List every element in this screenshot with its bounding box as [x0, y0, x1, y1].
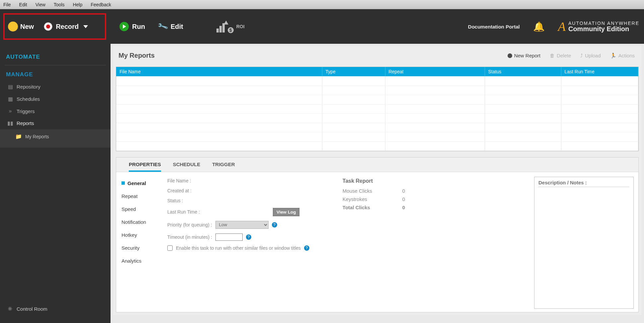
properties-section: PROPERTIES SCHEDULE TRIGGER General Repe…: [116, 157, 639, 313]
sitemap-icon: ⛯: [7, 305, 13, 312]
file-name-label: File Name :: [167, 178, 191, 183]
total-clicks-value: 0: [402, 205, 405, 210]
vtab-general[interactable]: General: [116, 177, 163, 190]
menu-help[interactable]: Help: [73, 2, 82, 7]
menu-feedback[interactable]: Feedback: [91, 2, 111, 7]
record-button[interactable]: Record: [44, 22, 88, 31]
upload-icon: ⤴: [580, 53, 583, 58]
tabs: PROPERTIES SCHEDULE TRIGGER: [116, 158, 638, 172]
list-icon: ▤: [7, 84, 13, 90]
col-repeat[interactable]: Repeat: [385, 67, 485, 76]
tab-schedule[interactable]: SCHEDULE: [173, 158, 201, 172]
square-marker-icon: [121, 181, 125, 185]
sidebar-header-automate[interactable]: AUTOMATE: [0, 51, 111, 63]
menu-file[interactable]: File: [3, 2, 11, 7]
col-status[interactable]: Status: [485, 67, 561, 76]
toolbar: New Record Run 🔧 Edit $ ROI Documentatio…: [0, 9, 644, 44]
table-row[interactable]: [116, 86, 638, 95]
new-button[interactable]: New: [9, 23, 34, 31]
chevrons-icon: »: [7, 108, 13, 114]
actions-label: Actions: [618, 53, 635, 58]
menu-tools[interactable]: Tools: [54, 2, 65, 7]
sidebar-item-reports[interactable]: ▮▮ Reports: [0, 117, 111, 129]
reports-table-wrap: File Name Type Repeat Status Last Run Ti…: [116, 67, 639, 151]
barchart-icon: ▮▮: [7, 120, 13, 126]
delete-button[interactable]: 🗑 Delete: [550, 53, 571, 58]
brand-top: AUTOMATION ANYWHERE: [568, 21, 639, 26]
sidebar-control-room[interactable]: ⛯ Control Room: [0, 301, 111, 323]
documentation-portal-link[interactable]: Documentation Portal: [468, 24, 520, 30]
edit-label: Edit: [171, 23, 183, 31]
brand-logo: A AUTOMATION ANYWHERE Community Edition: [558, 19, 639, 34]
reports-table[interactable]: File Name Type Repeat Status Last Run Ti…: [116, 67, 638, 151]
sun-icon: [9, 23, 17, 31]
play-icon: [120, 22, 129, 31]
sidebar-item-label: Repository: [17, 84, 40, 90]
tab-properties[interactable]: PROPERTIES: [129, 158, 161, 172]
table-row[interactable]: [116, 113, 638, 123]
run-label: Run: [132, 23, 145, 31]
sidebar-subtree: 📁 My Reports: [0, 129, 111, 148]
timeout-label: Timeout (in minutes) :: [167, 234, 212, 240]
run-button[interactable]: Run: [120, 22, 145, 31]
sidebar-header-manage[interactable]: MANAGE: [0, 69, 111, 81]
sidebar-sub-my-reports[interactable]: 📁 My Reports: [0, 131, 111, 142]
tab-trigger[interactable]: TRIGGER: [212, 158, 235, 172]
enable-similar-label: Enable this task to run with other simil…: [176, 245, 301, 251]
folder-icon: 📁: [15, 133, 22, 140]
col-file-name[interactable]: File Name: [116, 67, 322, 76]
sidebar-item-schedules[interactable]: ▦ Schedules: [0, 93, 111, 105]
roi-bars-icon: $: [216, 21, 234, 32]
toolbar-group: Run 🔧 Edit $ ROI: [120, 21, 245, 32]
table-header-row: File Name Type Repeat Status Last Run Ti…: [116, 67, 638, 76]
panel: My Reports New Report 🗑 Delete ⤴ Upload: [113, 46, 641, 315]
edit-button[interactable]: 🔧 Edit: [158, 22, 183, 31]
new-report-button[interactable]: New Report: [508, 53, 540, 58]
table-row[interactable]: [116, 141, 638, 151]
sidebar-item-triggers[interactable]: » Triggers: [0, 105, 111, 117]
total-clicks-label: Total Clicks: [343, 205, 379, 210]
vtab-security[interactable]: Security: [116, 241, 163, 254]
task-report-title: Task Report: [343, 178, 405, 184]
sidebar-item-label: Schedules: [17, 96, 40, 102]
table-row[interactable]: [116, 95, 638, 104]
col-type[interactable]: Type: [322, 67, 385, 76]
general-form: File Name : Created at : Status : Last R…: [167, 178, 309, 310]
table-row[interactable]: [116, 123, 638, 132]
menu-edit[interactable]: Edit: [19, 2, 27, 7]
table-row[interactable]: [116, 104, 638, 113]
priority-select[interactable]: Low: [215, 221, 269, 229]
view-log-button[interactable]: View Log: [273, 208, 299, 216]
panel-actions: New Report 🗑 Delete ⤴ Upload 🏃 Actions: [508, 53, 635, 59]
col-last-run[interactable]: Last Run Time: [561, 67, 638, 76]
sidebar-item-repository[interactable]: ▤ Repository: [0, 81, 111, 93]
roi-button[interactable]: $ ROI: [216, 21, 245, 32]
table-row[interactable]: [116, 76, 638, 86]
help-icon[interactable]: ?: [304, 245, 309, 251]
help-icon[interactable]: ?: [272, 222, 277, 227]
vtab-hotkey[interactable]: Hotkey: [116, 228, 163, 241]
enable-similar-checkbox[interactable]: [167, 245, 173, 251]
wrench-icon: 🔧: [157, 21, 169, 32]
actions-button[interactable]: 🏃 Actions: [610, 53, 635, 59]
vtab-notification[interactable]: Notification: [116, 216, 163, 228]
upload-button[interactable]: ⤴ Upload: [580, 53, 601, 58]
created-at-label: Created at :: [167, 188, 192, 193]
calendar-icon: ▦: [7, 96, 13, 102]
control-room-label: Control Room: [17, 306, 47, 312]
keystrokes-value: 0: [402, 196, 405, 202]
brand-a-icon: A: [558, 19, 566, 34]
menu-view[interactable]: View: [36, 2, 45, 7]
notes-head: Description / Notes :: [538, 180, 629, 187]
new-label: New: [20, 23, 34, 31]
vtab-analytics[interactable]: Analytics: [116, 254, 163, 267]
table-row[interactable]: [116, 132, 638, 141]
timeout-input[interactable]: [215, 233, 243, 241]
notes-box[interactable]: Description / Notes :: [534, 177, 634, 309]
vtab-speed[interactable]: Speed: [116, 203, 163, 216]
sidebar: AUTOMATE MANAGE ▤ Repository ▦ Schedules…: [0, 44, 111, 323]
help-icon[interactable]: ?: [246, 234, 251, 240]
props-body: General Repeat Speed Notification Hotkey…: [116, 172, 638, 312]
bell-icon[interactable]: 🔔: [533, 21, 545, 32]
vtab-repeat[interactable]: Repeat: [116, 190, 163, 203]
